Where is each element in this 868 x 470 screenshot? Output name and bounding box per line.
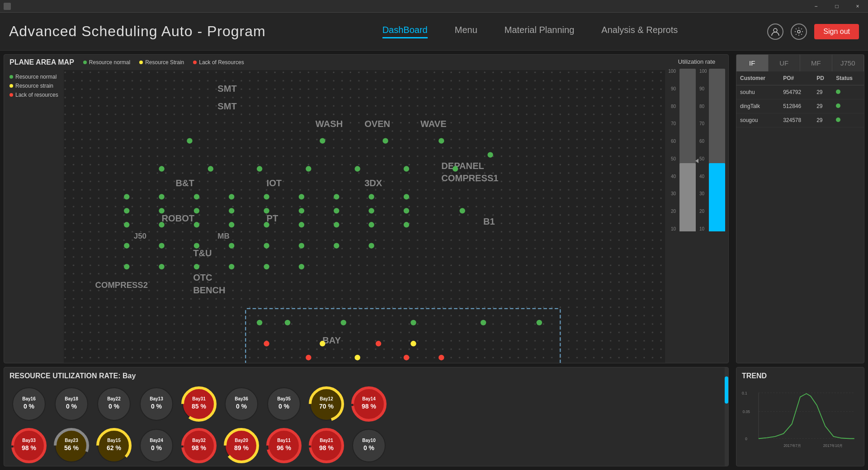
tab-uf[interactable]: UF [769,55,801,71]
util-scale-right: 100 90 80 70 60 50 40 30 20 10 [698,69,707,231]
svg-text:SMT: SMT [217,101,237,111]
svg-point-90 [306,355,311,360]
legend-dot-yellow [139,61,143,64]
svg-text:3DX: 3DX [364,178,382,188]
tab-table: Customer PO# PD Status souhu 954792 29 d… [736,71,864,127]
svg-point-71 [334,243,339,249]
svg-text:2017年7月: 2017年7月 [783,443,801,448]
svg-text:SMT: SMT [217,84,237,94]
legend-lack-label: Lack of Resources [199,59,244,66]
nav-menu[interactable]: Menu [455,25,477,38]
bay-circle: Bay21 98 % [307,426,346,465]
left-legend-normal: Resource normal [15,74,57,80]
cell-status [832,113,864,127]
svg-point-87 [354,355,360,360]
svg-point-50 [264,208,269,213]
svg-text:Bay31: Bay31 [192,396,206,401]
resource-scrollbar[interactable] [725,367,728,466]
col-po: PO# [779,71,813,85]
bay-circle: Bay18 0 % [52,385,91,423]
bay-circle: Bay32 98 % [179,426,218,465]
svg-text:DEPANEL: DEPANEL [441,161,484,171]
bay-circle: Bay22 0 % [94,385,133,423]
user-icon[interactable] [767,24,783,40]
svg-point-41 [264,194,269,199]
svg-point-34 [354,166,360,171]
svg-text:T&U: T&U [193,248,212,258]
svg-point-40 [229,194,234,199]
svg-text:Bay12: Bay12 [320,396,333,401]
svg-text:98 %: 98 % [362,403,376,410]
svg-text:J50: J50 [133,232,146,240]
svg-point-30 [159,166,164,171]
svg-text:0 %: 0 % [236,403,247,410]
cell-customer: sougou [736,113,779,127]
svg-text:98 %: 98 % [319,444,334,451]
svg-point-45 [403,194,409,199]
svg-point-28 [439,138,444,143]
svg-text:ROBOT: ROBOT [161,213,194,223]
col-status: Status [832,71,864,85]
svg-text:85 %: 85 % [192,403,206,410]
maximize-button[interactable]: □ [826,0,847,13]
cell-po: 324578 [779,113,813,127]
col-pd: PD [813,71,832,85]
svg-text:0 %: 0 % [278,403,290,410]
svg-point-83 [481,320,486,325]
svg-text:Bay21: Bay21 [320,438,333,443]
svg-text:62 %: 62 % [107,444,121,451]
svg-text:0.1: 0.1 [742,391,747,395]
svg-point-88 [264,341,269,346]
svg-text:Bay11: Bay11 [277,438,291,443]
svg-point-84 [536,320,542,325]
svg-text:COMPRESS2: COMPRESS2 [95,280,147,290]
svg-point-31 [208,166,213,171]
cell-customer: dingTalk [736,99,779,113]
svg-point-74 [159,264,164,269]
bay-circle: Bay35 0 % [264,385,303,423]
nav-analysis[interactable]: Analysis & Reprots [601,25,678,38]
svg-text:2017年10月: 2017年10月 [823,443,843,448]
svg-point-61 [298,222,304,227]
util-scale-left: 100 90 80 70 60 50 40 30 20 10 [668,69,678,231]
svg-point-77 [264,264,269,269]
settings-icon[interactable] [791,24,807,40]
nav-dashboard[interactable]: DashBoard [382,25,428,38]
svg-point-86 [410,341,416,346]
svg-point-35 [403,166,409,171]
bay-circle: Bay33 98 % [9,426,48,465]
svg-text:Bay14: Bay14 [362,396,376,401]
svg-text:Bay13: Bay13 [150,396,163,401]
svg-text:96 %: 96 % [277,444,291,451]
legend-strain-label: Resource Strain [145,59,184,66]
svg-text:89 %: 89 % [234,444,249,451]
nav-material-planning[interactable]: Material Planning [505,25,575,38]
table-row: dingTalk 512846 29 [736,99,864,113]
svg-text:BENCH: BENCH [193,285,225,295]
tab-mf[interactable]: MF [800,55,832,71]
svg-text:Bay33: Bay33 [22,438,36,443]
svg-text:MB: MB [217,232,229,240]
svg-text:Bay20: Bay20 [235,438,248,443]
svg-text:0 %: 0 % [151,403,162,410]
nav-right: Sign out [767,24,859,40]
legend-normal-label: Resource normal [89,59,130,66]
svg-point-73 [124,264,129,269]
svg-point-59 [229,222,234,227]
tab-j750[interactable]: J750 [832,55,864,71]
dot-grid-area: SMT SMT WASH OVEN WAVE DEPANEL COMPRESS1… [64,70,665,363]
svg-point-48 [193,208,199,213]
close-button[interactable]: × [847,0,868,13]
svg-point-62 [334,222,339,227]
plane-map-left-legend: Resource normal Resource strain Lack of … [4,70,64,363]
svg-point-66 [159,243,164,249]
signout-button[interactable]: Sign out [814,24,859,39]
svg-text:98 %: 98 % [22,444,36,451]
minimize-button[interactable]: − [806,0,826,13]
svg-text:COMPRESS1: COMPRESS1 [441,173,498,183]
svg-point-58 [193,222,199,227]
tab-if[interactable]: IF [736,55,769,71]
svg-text:0 %: 0 % [24,403,35,410]
svg-point-79 [257,320,262,325]
svg-text:Bay15: Bay15 [107,438,121,443]
